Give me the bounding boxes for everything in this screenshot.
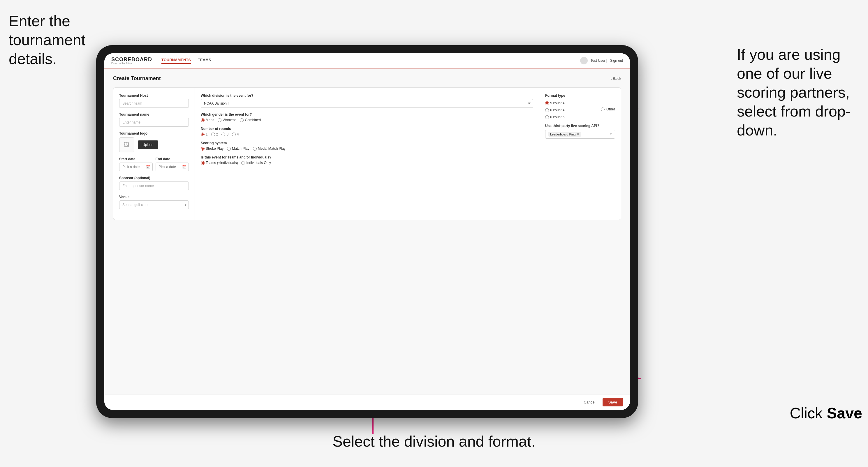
form-footer: Cancel Save: [104, 394, 630, 410]
format-6count4[interactable]: 6 count 4: [545, 108, 597, 112]
sponsor-label: Sponsor (optional): [119, 176, 189, 180]
format-5count4-radio[interactable]: [545, 101, 549, 105]
rounds-4[interactable]: 4: [232, 132, 239, 136]
annotation-bottom-center: Select the division and format.: [333, 432, 535, 451]
gender-combined-radio[interactable]: [240, 118, 244, 122]
rounds-1[interactable]: 1: [201, 132, 208, 136]
brand-sub: Powered by Clippit: [111, 62, 152, 64]
gender-womens[interactable]: Womens: [218, 118, 236, 122]
nav-links: TOURNAMENTS TEAMS: [161, 58, 211, 64]
gender-womens-radio[interactable]: [218, 118, 221, 122]
rounds-3-label: 3: [226, 132, 228, 136]
format-6count5[interactable]: 6 count 5: [545, 115, 597, 119]
upload-button[interactable]: Upload: [138, 141, 158, 149]
user-label: Test User |: [591, 59, 607, 63]
user-avatar: [580, 57, 588, 64]
gender-mens[interactable]: Mens: [201, 118, 214, 122]
start-date-group: Start date 📅: [119, 157, 153, 171]
format-other[interactable]: Other: [601, 107, 615, 111]
page-title: Create Tournament: [113, 75, 161, 82]
annotation-top-left: Enter the tournament details.: [9, 12, 108, 68]
rounds-group: Number of rounds 1 2: [201, 127, 533, 136]
live-scoring-input[interactable]: Leaderboard King ✕ ▾: [545, 130, 615, 139]
scoring-match[interactable]: Match Play: [227, 147, 249, 151]
scoring-radio-group: Stroke Play Match Play Medal Match Play: [201, 147, 533, 151]
format-type-label: Format type: [545, 94, 615, 98]
end-date-wrap: 📅: [156, 162, 189, 171]
format-type-group: Format type 5 count 4: [545, 94, 615, 119]
event-for-radio-group: Teams (+Individuals) Individuals Only: [201, 161, 533, 165]
rounds-2-radio[interactable]: [211, 132, 215, 136]
live-scoring-label: Use third-party live scoring API?: [545, 124, 615, 128]
save-bold-label: Save: [827, 405, 862, 422]
rounds-2[interactable]: 2: [211, 132, 218, 136]
event-for-individuals-radio[interactable]: [241, 161, 245, 165]
scoring-medal[interactable]: Medal Match Play: [253, 147, 285, 151]
brand-title: SCOREBOARD: [111, 57, 152, 62]
rounds-radio-group: 1 2 3: [201, 132, 533, 136]
venue-label: Venue: [119, 195, 189, 199]
event-for-teams[interactable]: Teams (+Individuals): [201, 161, 238, 165]
division-label: Which division is the event for?: [201, 94, 533, 98]
form-grid: Tournament Host Tournament name Tourname…: [113, 87, 621, 220]
form-col-3: Format type 5 count 4: [539, 88, 621, 220]
nav-link-teams[interactable]: TEAMS: [198, 58, 211, 64]
venue-input[interactable]: [119, 200, 189, 209]
format-6count5-radio[interactable]: [545, 115, 549, 119]
tournament-host-group: Tournament Host: [119, 94, 189, 108]
navbar-right: Test User | Sign out: [580, 57, 623, 64]
rounds-3[interactable]: 3: [221, 132, 228, 136]
app: SCOREBOARD Powered by Clippit TOURNAMENT…: [104, 53, 630, 410]
save-button[interactable]: Save: [602, 398, 623, 406]
scoring-match-radio[interactable]: [227, 147, 231, 151]
event-for-individuals[interactable]: Individuals Only: [241, 161, 271, 165]
rounds-4-label: 4: [237, 132, 239, 136]
rounds-4-radio[interactable]: [232, 132, 236, 136]
scoring-stroke-radio[interactable]: [201, 147, 205, 151]
scoring-stroke[interactable]: Stroke Play: [201, 147, 223, 151]
scoring-group: Scoring system Stroke Play Match Play: [201, 141, 533, 151]
sign-out-link[interactable]: Sign out: [610, 59, 623, 63]
event-for-group: Is this event for Teams and/or Individua…: [201, 155, 533, 165]
event-for-teams-radio[interactable]: [201, 161, 205, 165]
tournament-host-input[interactable]: [119, 99, 189, 108]
tournament-name-group: Tournament name: [119, 113, 189, 127]
tournament-name-input[interactable]: [119, 118, 189, 127]
scoring-medal-radio[interactable]: [253, 147, 257, 151]
rounds-1-radio[interactable]: [201, 132, 205, 136]
format-other-label: Other: [606, 107, 615, 111]
logo-placeholder: 🖼: [119, 137, 134, 152]
tournament-name-label: Tournament name: [119, 113, 189, 117]
end-date-group: End date 📅: [156, 157, 189, 171]
scoring-medal-label: Medal Match Play: [258, 147, 285, 151]
gender-combined[interactable]: Combined: [240, 118, 261, 122]
format-6count4-label: 6 count 4: [550, 108, 564, 112]
division-select[interactable]: NCAA Division I NCAA Division II NCAA Di…: [201, 99, 533, 108]
scoring-label: Scoring system: [201, 141, 533, 145]
format-6count4-radio[interactable]: [545, 108, 549, 112]
division-group: Which division is the event for? NCAA Di…: [201, 94, 533, 108]
date-row: Start date 📅 End date: [119, 157, 189, 171]
gender-radio-group: Mens Womens Combined: [201, 118, 533, 122]
sponsor-input[interactable]: [119, 182, 189, 190]
page-header: Create Tournament ‹ Back: [113, 75, 621, 82]
calendar-icon: 📅: [146, 165, 150, 169]
tournament-logo-label: Tournament logo: [119, 131, 189, 135]
close-icon[interactable]: ✕: [577, 132, 579, 136]
format-6count5-label: 6 count 5: [550, 115, 564, 119]
rounds-2-label: 2: [216, 132, 218, 136]
format-5count4[interactable]: 5 count 4: [545, 101, 597, 105]
start-date-wrap: 📅: [119, 162, 153, 171]
nav-link-tournaments[interactable]: TOURNAMENTS: [161, 58, 191, 64]
format-options: 5 count 4 6 count 4 6 co: [545, 99, 615, 119]
navbar-left: SCOREBOARD Powered by Clippit TOURNAMENT…: [111, 57, 211, 64]
rounds-3-radio[interactable]: [221, 132, 225, 136]
dates-group: Start date 📅 End date: [119, 157, 189, 171]
event-for-individuals-label: Individuals Only: [246, 161, 271, 165]
format-other-radio[interactable]: [601, 107, 604, 111]
form-col-1: Tournament Host Tournament name Tourname…: [113, 88, 195, 220]
cancel-button[interactable]: Cancel: [580, 398, 599, 406]
gender-mens-radio[interactable]: [201, 118, 205, 122]
back-link[interactable]: ‹ Back: [611, 76, 621, 81]
gender-womens-label: Womens: [223, 118, 236, 122]
